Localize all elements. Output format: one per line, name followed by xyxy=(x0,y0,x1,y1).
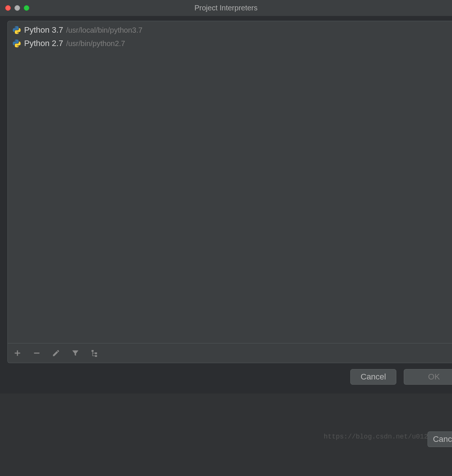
interpreter-list: Python 3.7 /usr/local/bin/python3.7 Pyth… xyxy=(8,21,452,52)
title-bar: Project Interpreters xyxy=(0,0,452,16)
interpreter-row[interactable]: Python 2.7 /usr/bin/python2.7 xyxy=(8,37,452,50)
edit-button[interactable] xyxy=(52,349,60,358)
dialog-buttons: Cancel OK xyxy=(350,369,452,385)
interpreter-name: Python 2.7 xyxy=(24,39,63,48)
minimize-window-button[interactable] xyxy=(14,5,20,11)
interpreter-path: /usr/local/bin/python3.7 xyxy=(66,26,143,35)
maximize-window-button[interactable] xyxy=(24,5,29,11)
svg-rect-3 xyxy=(92,350,94,352)
interpreter-name: Python 3.7 xyxy=(24,25,63,35)
python-icon xyxy=(12,39,21,48)
list-toolbar xyxy=(7,343,452,363)
background-cancel-button[interactable]: Canc xyxy=(428,431,452,447)
interpreter-path: /usr/bin/python2.7 xyxy=(66,39,125,48)
add-button[interactable] xyxy=(13,349,22,358)
ok-button[interactable]: OK xyxy=(404,369,452,385)
svg-rect-4 xyxy=(95,352,97,354)
svg-rect-5 xyxy=(95,355,97,357)
cancel-button[interactable]: Cancel xyxy=(350,369,396,385)
remove-button[interactable] xyxy=(32,349,41,358)
python-icon xyxy=(12,26,21,35)
interpreter-panel: Python 3.7 /usr/local/bin/python3.7 Pyth… xyxy=(7,21,452,357)
filter-button[interactable] xyxy=(71,349,80,358)
window-title: Project Interpreters xyxy=(194,4,258,12)
tree-button[interactable] xyxy=(90,349,99,358)
interpreter-row[interactable]: Python 3.7 /usr/local/bin/python3.7 xyxy=(8,23,452,37)
close-window-button[interactable] xyxy=(5,5,11,11)
window-controls xyxy=(0,5,29,11)
